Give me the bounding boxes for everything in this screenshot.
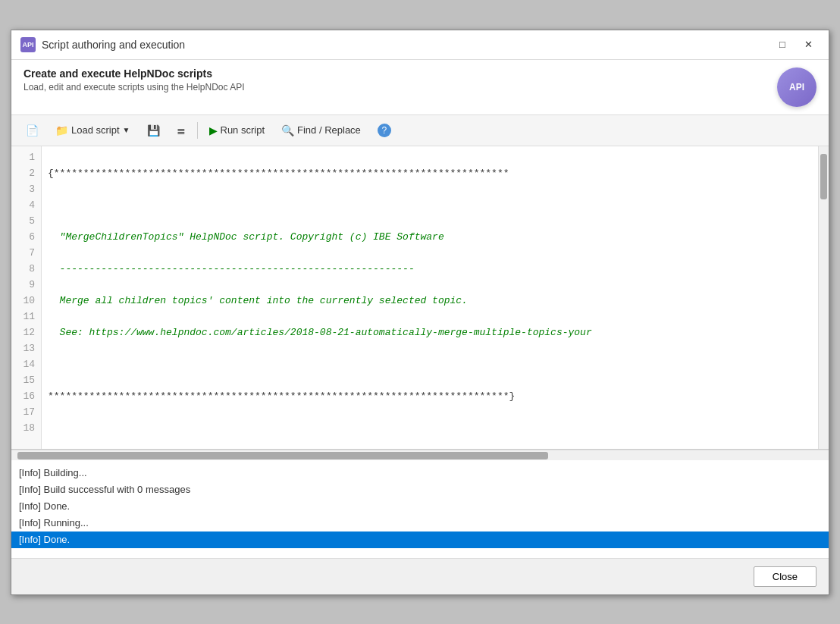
log-area: [Info] Building...[Info] Build successfu… — [11, 460, 829, 559]
scrollbar-thumb-v[interactable] — [820, 154, 827, 199]
code-line-1: {***************************************… — [48, 165, 812, 181]
horizontal-scrollbar[interactable] — [11, 450, 829, 460]
code-line-5: Merge all children topics' content into … — [48, 293, 812, 309]
window-title: Script authoring and execution — [42, 39, 771, 51]
log-line: [Info] Done. — [11, 531, 829, 548]
load-script-button[interactable]: 📁 Load script ▼ — [49, 121, 137, 140]
code-editor[interactable]: 12345 678910 1112131415 161718 {********… — [11, 146, 829, 450]
save-script-button[interactable]: 💾 — [140, 121, 167, 140]
code-line-6: See: https://www.helpndoc.com/articles/2… — [48, 325, 812, 340]
find-replace-label: Find / Replace — [297, 124, 361, 136]
close-window-button[interactable]: ✕ — [797, 36, 820, 53]
code-line-7 — [48, 356, 812, 372]
vertical-scrollbar[interactable] — [818, 146, 829, 449]
new-script-icon: 📄 — [26, 124, 39, 136]
find-replace-button[interactable]: 🔍 Find / Replace — [274, 121, 368, 140]
run-icon: ▶ — [209, 124, 218, 136]
title-bar: API Script authoring and execution □ ✕ — [11, 30, 829, 60]
code-line-8: ****************************************… — [48, 388, 812, 404]
log-line: [Info] Done. — [19, 498, 821, 515]
header-section: Create and execute HelpNDoc scripts Load… — [11, 60, 829, 115]
main-window: API Script authoring and execution □ ✕ C… — [11, 30, 829, 595]
scrollbar-thumb-h[interactable] — [17, 452, 548, 459]
folder-icon: 📁 — [55, 124, 68, 136]
load-script-label: Load script — [71, 124, 120, 136]
format-button[interactable]: ≣ — [170, 121, 193, 140]
format-icon: ≣ — [177, 124, 186, 136]
code-line-3: "MergeChildrenTopics" HelpNDoc script. C… — [48, 229, 812, 245]
app-icon: API — [20, 37, 36, 52]
api-badge: API — [777, 67, 816, 107]
log-line: [Info] Build successful with 0 messages — [19, 481, 821, 498]
help-icon: ? — [378, 124, 391, 137]
log-line: [Info] Running... — [19, 515, 821, 531]
toolbar: 📄 📁 Load script ▼ 💾 ≣ ▶ Run script 🔍 Fin… — [11, 115, 829, 146]
app-icon-label: API — [22, 41, 33, 49]
search-icon: 🔍 — [281, 124, 294, 136]
header-title: Create and execute HelpNDoc scripts — [24, 67, 245, 80]
close-button[interactable]: Close — [754, 566, 816, 587]
log-line: [Info] Building... — [19, 465, 821, 481]
help-button[interactable]: ? — [371, 120, 398, 141]
log-container: [Info] Building...[Info] Build successfu… — [19, 465, 821, 548]
line-numbers: 12345 678910 1112131415 161718 — [11, 146, 42, 449]
save-icon: 💾 — [147, 124, 160, 136]
footer: Close — [11, 559, 829, 594]
code-line-2 — [48, 197, 812, 213]
load-dropdown-icon: ▼ — [123, 126, 130, 134]
minimize-button[interactable]: □ — [771, 36, 794, 53]
title-bar-buttons: □ ✕ — [771, 36, 820, 53]
run-script-button[interactable]: ▶ Run script — [202, 121, 272, 140]
code-line-4: ----------------------------------------… — [48, 261, 812, 277]
toolbar-sep — [197, 122, 198, 139]
run-script-label: Run script — [221, 124, 265, 136]
code-text[interactable]: {***************************************… — [42, 146, 818, 449]
header-subtitle: Load, edit and execute scripts using the… — [24, 82, 245, 93]
header-text: Create and execute HelpNDoc scripts Load… — [24, 67, 245, 93]
new-script-button[interactable]: 📄 — [19, 121, 45, 140]
code-line-9 — [48, 420, 812, 436]
